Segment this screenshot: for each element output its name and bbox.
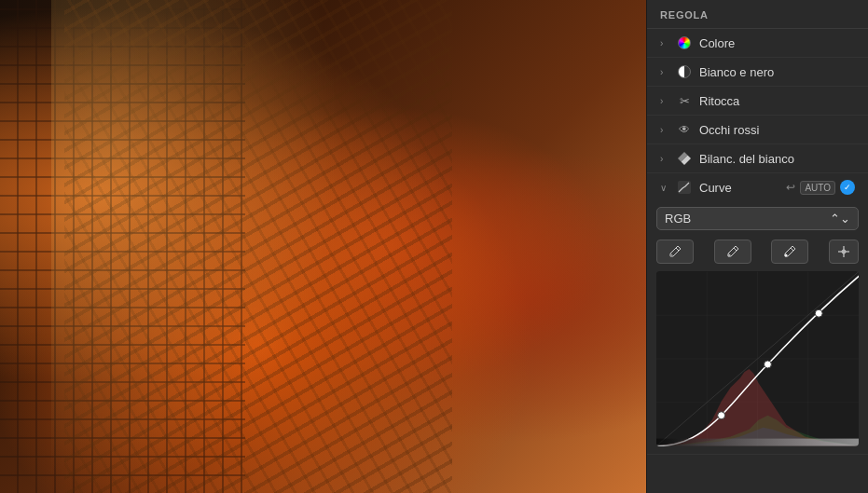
adj-item-bw[interactable]: › Bianco e nero [647, 58, 868, 87]
svg-point-19 [764, 361, 771, 368]
svg-point-18 [718, 412, 725, 419]
chevron-icon-occhi: › [660, 125, 669, 135]
rgb-dropdown[interactable]: RGB ⌃⌄ [656, 207, 859, 230]
eyedropper-dark-button[interactable] [656, 240, 694, 264]
rgb-label: RGB [665, 212, 691, 226]
svg-line-5 [791, 248, 793, 251]
curve-actions: ↩ AUTO ✓ [786, 180, 855, 195]
adj-item-occhi[interactable]: › 👁 Occhi rossi [647, 116, 868, 144]
occhi-label: Occhi rossi [699, 123, 855, 137]
wb-label: Bilanc. del bianco [699, 152, 855, 166]
eyedropper-light-button[interactable] [771, 240, 808, 264]
check-circle[interactable]: ✓ [840, 180, 855, 195]
tool-buttons [647, 236, 868, 267]
adj-item-wb[interactable]: › Bilanc. del bianco [647, 144, 868, 173]
right-panel: REGOLA › Colore › Bianco e nero › ✂ Rito… [646, 0, 868, 493]
curve-icon [677, 180, 692, 195]
photo-area [0, 0, 646, 493]
chevron-icon-bw: › [660, 67, 669, 77]
ritocca-label: Ritocca [699, 94, 855, 108]
light-beam [51, 0, 342, 493]
crosshair-button[interactable] [829, 240, 859, 264]
colore-label: Colore [699, 36, 855, 50]
svg-point-4 [727, 254, 730, 257]
panel-header: REGOLA [647, 0, 868, 29]
colore-icon [677, 35, 692, 50]
chevron-icon-ritocca: › [660, 96, 669, 106]
svg-point-20 [815, 309, 822, 317]
bw-icon [677, 64, 692, 79]
curve-header[interactable]: ∨ Curve ↩ AUTO ✓ [647, 173, 868, 201]
bw-label: Bianco e nero [699, 65, 855, 79]
chevron-icon-wb: › [660, 154, 669, 164]
eyedropper-mid-button[interactable] [714, 240, 751, 264]
curve-section: ∨ Curve ↩ AUTO ✓ RGB ⌃⌄ [647, 173, 868, 455]
curve-label: Curve [699, 181, 778, 195]
undo-icon[interactable]: ↩ [786, 181, 795, 194]
panel-title: REGOLA [660, 9, 709, 21]
wb-icon [677, 151, 692, 166]
chevron-icon-colore: › [660, 38, 669, 48]
dropdown-arrow-icon: ⌃⌄ [830, 212, 850, 226]
chevron-down-icon: ∨ [660, 183, 669, 193]
adj-item-colore[interactable]: › Colore [647, 29, 868, 58]
auto-badge[interactable]: AUTO [800, 181, 835, 195]
svg-line-3 [734, 248, 737, 251]
adj-item-ritocca[interactable]: › ✂ Ritocca [647, 87, 868, 116]
svg-rect-21 [656, 439, 859, 446]
ritocca-icon: ✂ [677, 93, 692, 108]
occhi-icon: 👁 [677, 122, 692, 137]
svg-point-2 [670, 254, 673, 257]
svg-point-6 [785, 254, 788, 257]
svg-line-1 [676, 248, 679, 251]
curve-canvas[interactable] [656, 271, 859, 446]
